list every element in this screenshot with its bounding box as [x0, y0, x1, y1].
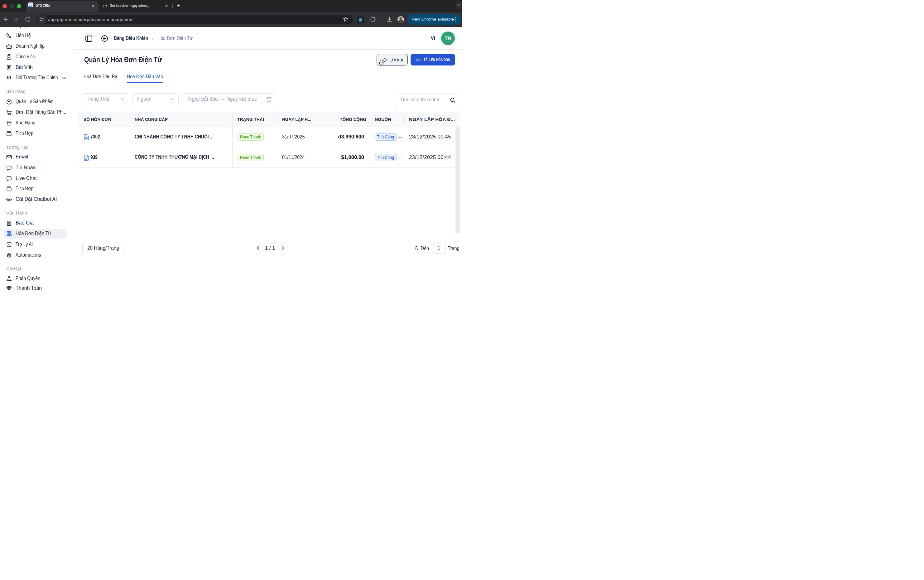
svg-text:AI: AI — [8, 243, 10, 246]
